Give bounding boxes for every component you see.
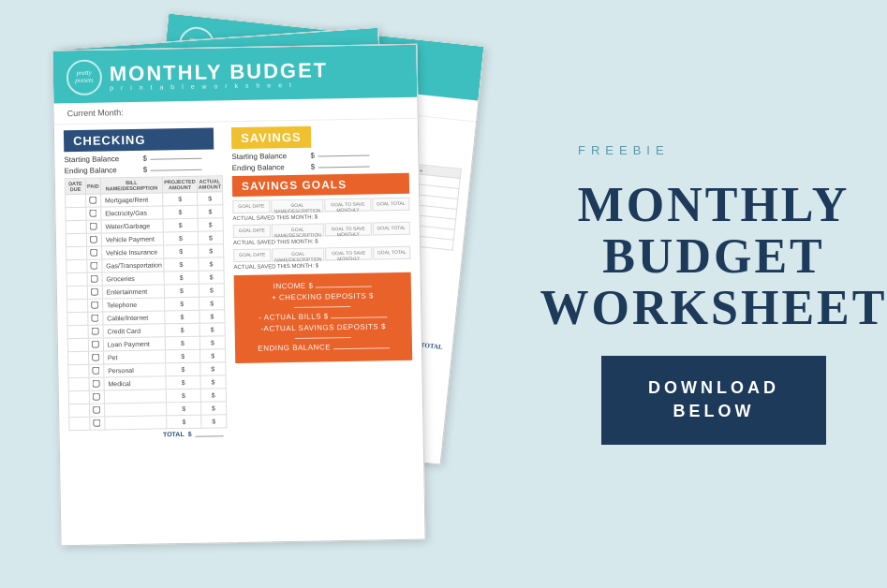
bill-proj-8: $ xyxy=(165,297,200,311)
bill-name-12: Pet xyxy=(103,350,166,364)
bill-paid-7 xyxy=(87,286,102,299)
savings-ending-row: Ending Balance $ xyxy=(232,161,409,172)
bill-proj-12: $ xyxy=(166,349,200,363)
savings-header: SAVINGS xyxy=(231,126,311,149)
col-proj: PROJECTED AMOUNT xyxy=(163,176,198,193)
page-front: pretty presets MONTHLY BUDGET p r i n t … xyxy=(52,44,425,547)
freebie-label: FREEBIE xyxy=(578,143,670,157)
bill-paid-11 xyxy=(88,338,103,351)
bill-proj-10: $ xyxy=(165,323,200,337)
goal1-name: GOAL NAME/DESCRIPTION xyxy=(271,198,323,213)
bill-name-5: Gas/Transportation xyxy=(102,258,165,272)
bill-date-14 xyxy=(68,377,89,390)
checking-starting-row: Starting Balance $ xyxy=(64,153,222,164)
bill-paid-9 xyxy=(88,312,103,325)
bill-proj-16: $ xyxy=(167,402,201,416)
bill-actual-15: $ xyxy=(200,389,226,402)
bill-row-17: $ $ xyxy=(69,415,227,431)
bill-date-5 xyxy=(67,259,87,272)
bill-actual-3: $ xyxy=(198,231,223,244)
bill-name-2: Water/Garbage xyxy=(101,219,164,233)
bill-proj-11: $ xyxy=(165,336,200,350)
goal-row-2: GOAL DATE GOAL NAME/DESCRIPTION GOAL TO … xyxy=(233,222,410,238)
logo-text: pretty presets xyxy=(68,70,100,85)
bill-table: DATE DUE PAID BILL NAME/DESCRIPTION PROJ… xyxy=(65,175,228,431)
summary-footer: INCOME $ + CHECKING DEPOSITS $ - ACTUAL … xyxy=(234,272,413,363)
bill-paid-12 xyxy=(89,351,104,364)
bill-name-14: Medical xyxy=(104,376,167,390)
bill-paid-15 xyxy=(89,390,104,404)
bill-date-11 xyxy=(67,338,88,351)
goal2-actual: ACTUAL SAVED THIS MONTH: $ xyxy=(233,237,410,245)
bill-paid-14 xyxy=(89,377,104,390)
bill-date-8 xyxy=(67,299,88,312)
col-paid: PAID xyxy=(85,178,100,194)
bill-name-1: Electricity/Gas xyxy=(101,206,164,220)
goal3-actual: ACTUAL SAVED THIS MONTH: $ xyxy=(233,261,410,270)
bill-proj-3: $ xyxy=(164,231,199,245)
bill-paid-2 xyxy=(86,220,101,233)
checking-column: CHECKING Starting Balance $ Ending Balan… xyxy=(64,122,228,439)
bill-paid-0 xyxy=(86,194,101,207)
bill-actual-17: $ xyxy=(201,415,227,428)
header-title-block: MONTHLY BUDGET p r i n t a b l e w o r k… xyxy=(110,60,329,91)
bill-date-10 xyxy=(67,325,88,338)
summary-income: INCOME $ xyxy=(245,280,400,291)
checking-header: CHECKING xyxy=(64,127,214,152)
bill-name-6: Groceries xyxy=(102,272,165,286)
checking-ending-input xyxy=(151,168,202,171)
bill-actual-7: $ xyxy=(199,284,224,297)
bill-actual-16: $ xyxy=(200,402,226,415)
bills-line xyxy=(331,316,387,318)
goal3-monthly: GOAL TO SAVE MONTHLY xyxy=(325,247,372,261)
front-body: CHECKING Starting Balance $ Ending Balan… xyxy=(54,119,423,449)
savings-dollar2: $ xyxy=(311,163,316,171)
bill-actual-10: $ xyxy=(200,323,225,336)
income-line xyxy=(316,287,372,288)
bill-proj-6: $ xyxy=(164,271,199,285)
ending-line xyxy=(333,347,390,349)
bill-date-15 xyxy=(68,390,89,404)
savings-starting-input xyxy=(318,154,370,157)
bill-actual-0: $ xyxy=(197,192,222,205)
bill-proj-5: $ xyxy=(164,257,199,272)
bill-name-7: Entertainment xyxy=(102,285,165,299)
savings-column: SAVINGS Starting Balance $ Ending Balanc… xyxy=(231,119,414,436)
bill-name-10: Credit Card xyxy=(103,324,166,338)
goal3-name: GOAL NAME/DESCRIPTION xyxy=(272,247,324,261)
bill-date-4 xyxy=(67,246,87,259)
bill-name-16 xyxy=(104,403,167,417)
bill-name-8: Telephone xyxy=(102,298,165,312)
download-button[interactable]: DOWNLOAD BELOW xyxy=(601,356,826,444)
savings-ending-label: Ending Balance xyxy=(232,163,307,172)
bill-proj-15: $ xyxy=(166,389,200,403)
savings-goals-header: SAVINGS GOALS xyxy=(232,173,409,197)
goal2-total: GOAL TOTAL xyxy=(373,222,410,236)
bill-actual-12: $ xyxy=(200,349,225,362)
bill-actual-14: $ xyxy=(200,375,226,389)
bill-paid-6 xyxy=(87,272,102,286)
main-title-text: MONTHLY BUDGET WORKSHEET xyxy=(540,180,887,333)
savings-line xyxy=(295,337,351,339)
total-input xyxy=(196,430,224,437)
right-panel: FREEBIE MONTHLY BUDGET WORKSHEET DOWNLOA… xyxy=(550,0,887,588)
title-line2: BUDGET xyxy=(540,231,887,283)
bill-proj-14: $ xyxy=(166,375,200,390)
summary-ending: ENDING BALANCE xyxy=(246,342,401,353)
dollar2: $ xyxy=(143,166,148,174)
bill-date-12 xyxy=(68,351,89,364)
bill-name-4: Vehicle Insurance xyxy=(101,245,164,259)
bill-paid-4 xyxy=(87,246,102,259)
bill-proj-1: $ xyxy=(163,205,198,219)
bill-actual-13: $ xyxy=(200,362,226,375)
summary-savings: -ACTUAL SAVINGS DEPOSITS $ xyxy=(246,322,401,342)
two-col-sections: CHECKING Starting Balance $ Ending Balan… xyxy=(64,119,414,439)
savings-dollar1: $ xyxy=(310,152,315,160)
goal1-actual: ACTUAL SAVED THIS MONTH: $ xyxy=(233,213,410,221)
bill-actual-5: $ xyxy=(199,257,224,271)
col-bill: BILL NAME/DESCRIPTION xyxy=(100,177,163,194)
savings-ending-input xyxy=(318,165,370,169)
teal-header: pretty presets MONTHLY BUDGET p r i n t … xyxy=(52,45,417,104)
goal1-total: GOAL TOTAL xyxy=(372,198,409,212)
bill-actual-11: $ xyxy=(200,336,225,349)
